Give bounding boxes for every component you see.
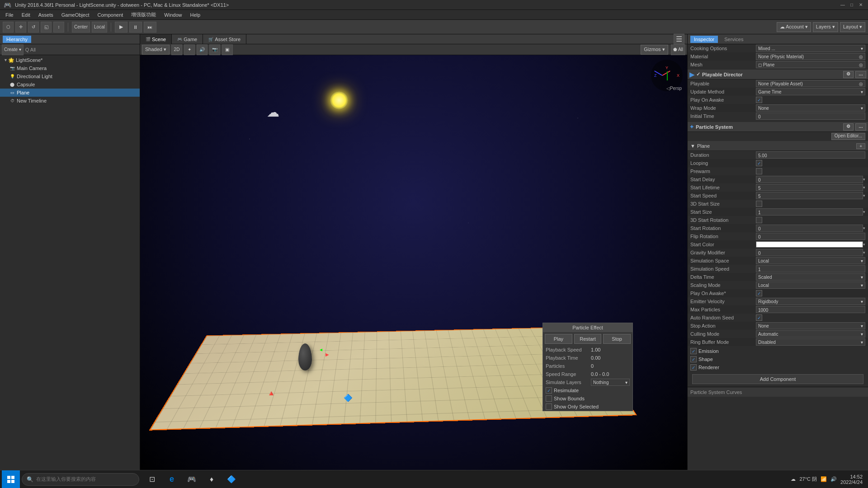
- scene-canvas[interactable]: ☁ ▲ ▶ 🔺 🔷 Y X Z: [140, 55, 687, 474]
- playable-settings-btn[interactable]: ⚙: [843, 71, 854, 78]
- pause-button[interactable]: ⏸: [129, 22, 142, 33]
- taskbar-clock[interactable]: 14:52 2022/4/24: [840, 474, 863, 485]
- account-dropdown[interactable]: ☁ Account ▾: [777, 22, 811, 32]
- taskbar-edge[interactable]: e: [163, 470, 181, 488]
- initial-time-input[interactable]: 0: [756, 113, 865, 120]
- max-particles-input[interactable]: 1000: [756, 306, 865, 313]
- taskbar-taskview[interactable]: ⊡: [143, 470, 161, 488]
- playable-dropdown[interactable]: None (Playable Asset)◎: [756, 80, 865, 87]
- overlay-toggle[interactable]: ▣: [222, 44, 233, 55]
- delta-time-dropdown[interactable]: Scaled▾: [756, 273, 865, 281]
- auto-random-seed-checkbox[interactable]: ✓: [756, 314, 762, 321]
- hierarchy-tab[interactable]: Hierarchy: [3, 36, 31, 43]
- hierarchy-item-lightscene[interactable]: ▼ 🌟 LightScene*: [0, 56, 140, 64]
- taskbar-search[interactable]: 🔍 在这里输入你要搜索的内容: [22, 473, 139, 486]
- start-color-arrow[interactable]: ▾: [863, 242, 865, 247]
- start-speed-input[interactable]: 5: [756, 192, 863, 199]
- show-bounds-checkbox[interactable]: [546, 395, 552, 402]
- tool-rotate[interactable]: ↺: [28, 22, 39, 33]
- 3d-start-size-checkbox[interactable]: [756, 201, 762, 207]
- menu-gameobject[interactable]: GameObject: [58, 11, 93, 19]
- renderer-checkbox[interactable]: ✓: [690, 364, 697, 371]
- hierarchy-item-directionallight[interactable]: 💡 Directional Light: [0, 72, 140, 80]
- services-tab[interactable]: Services: [721, 36, 747, 43]
- lighting-toggle[interactable]: ✦: [184, 44, 195, 55]
- play-on-awake-ps-checkbox[interactable]: ✓: [756, 290, 762, 296]
- menu-window[interactable]: Window: [160, 11, 185, 19]
- hierarchy-create-btn[interactable]: Create ▾: [2, 44, 24, 55]
- persp-label[interactable]: ◁Persp: [666, 86, 682, 91]
- start-size-input[interactable]: 1: [756, 208, 863, 216]
- ps-more-btn[interactable]: …: [855, 123, 866, 131]
- tool-rect[interactable]: ↕: [53, 22, 64, 33]
- menu-file[interactable]: File: [2, 11, 17, 19]
- tool-move[interactable]: ✛: [15, 22, 26, 33]
- inspector-tab[interactable]: Inspector: [690, 36, 718, 43]
- hierarchy-item-plane[interactable]: ▭ Plane: [0, 89, 140, 97]
- duration-input[interactable]: 5.00: [756, 151, 865, 159]
- start-color-swatch[interactable]: [756, 241, 863, 248]
- open-editor-btn[interactable]: Open Editor...: [831, 133, 865, 140]
- update-method-dropdown[interactable]: Game Time▾: [756, 88, 865, 95]
- particle-play-btn[interactable]: Play: [545, 334, 572, 344]
- close-button[interactable]: ✕: [857, 1, 864, 9]
- emission-checkbox[interactable]: ✓: [690, 348, 697, 354]
- scene-tab-assetstore[interactable]: 🛒Asset Store: [203, 34, 246, 44]
- start-delay-arrow[interactable]: ▾: [863, 177, 865, 182]
- ring-buffer-mode-dropdown[interactable]: Disabled▾: [756, 338, 865, 346]
- start-button[interactable]: [2, 470, 20, 488]
- tool-scale[interactable]: ◱: [41, 22, 52, 33]
- playable-more-btn[interactable]: …: [855, 71, 866, 78]
- menu-enhanced[interactable]: 增强版功能: [127, 10, 160, 19]
- ps-settings-btn[interactable]: ⚙: [843, 123, 854, 131]
- particle-stop-btn[interactable]: Stop: [603, 334, 631, 344]
- start-size-arrow[interactable]: ▾: [863, 210, 865, 214]
- flip-rotation-input[interactable]: 0: [756, 233, 865, 240]
- hierarchy-item-maincamera[interactable]: 📷 Main Camera: [0, 64, 140, 72]
- hierarchy-item-newtimeline[interactable]: ⏱ New Timeline: [0, 97, 140, 105]
- particle-restart-btn[interactable]: Restart: [574, 334, 602, 344]
- wrap-mode-dropdown[interactable]: None▾: [756, 104, 865, 112]
- taskbar-dotween[interactable]: ♦: [203, 470, 221, 488]
- start-rotation-arrow[interactable]: ▾: [863, 226, 865, 230]
- cooking-options-dropdown[interactable]: Mixed ...▾: [756, 45, 865, 52]
- maximize-button[interactable]: □: [848, 1, 855, 9]
- start-speed-arrow[interactable]: ▾: [863, 193, 865, 198]
- shape-checkbox[interactable]: ✓: [690, 356, 697, 362]
- start-lifetime-input[interactable]: 5: [756, 184, 863, 191]
- add-component-btn[interactable]: Add Component: [692, 374, 863, 384]
- menu-assets[interactable]: Assets: [35, 11, 57, 19]
- mesh-dropdown[interactable]: ◻ Plane◎: [756, 61, 865, 68]
- hierarchy-item-capsule[interactable]: ⬤ Capsule: [0, 80, 140, 89]
- show-only-selected-checkbox[interactable]: [546, 404, 552, 410]
- simulation-space-dropdown[interactable]: Local▾: [756, 257, 865, 264]
- emitter-velocity-dropdown[interactable]: Rigidbody▾: [756, 298, 865, 305]
- menu-help[interactable]: Help: [186, 11, 204, 19]
- scene-search[interactable]: ⬟ All: [671, 44, 685, 55]
- layers-dropdown[interactable]: Layers ▾: [813, 22, 838, 32]
- tool-hand[interactable]: ⬡: [3, 22, 14, 33]
- menu-component[interactable]: Component: [94, 11, 127, 19]
- gravity-modifier-input[interactable]: 0: [756, 249, 863, 256]
- gravity-modifier-arrow[interactable]: ▾: [863, 250, 865, 255]
- start-lifetime-arrow[interactable]: ▾: [863, 185, 865, 190]
- looping-checkbox[interactable]: ✓: [756, 160, 762, 166]
- taskbar-app5[interactable]: 🔷: [222, 470, 241, 488]
- shading-dropdown[interactable]: Shaded ▾: [142, 45, 170, 55]
- prewarm-checkbox[interactable]: [756, 168, 762, 174]
- resimulate-checkbox[interactable]: ✓: [546, 387, 552, 394]
- culling-mode-dropdown[interactable]: Automatic▾: [756, 330, 865, 338]
- scaling-mode-dropdown[interactable]: Local▾: [756, 282, 865, 289]
- 2d-toggle[interactable]: 2D: [171, 44, 182, 55]
- effects-toggle[interactable]: 📷: [209, 44, 220, 55]
- taskbar-unity[interactable]: 🎮: [183, 470, 201, 488]
- simulate-layers-dropdown[interactable]: Nothing▾: [591, 379, 630, 386]
- start-rotation-input[interactable]: 0: [756, 225, 863, 232]
- play-button[interactable]: ▶: [115, 22, 127, 33]
- material-dropdown[interactable]: None (Physic Material)◎: [756, 53, 865, 60]
- scene-options-btn[interactable]: ☰: [674, 34, 684, 45]
- menu-edit[interactable]: Edit: [18, 11, 34, 19]
- step-button[interactable]: ⏭: [144, 22, 156, 33]
- layout-dropdown[interactable]: Layout ▾: [840, 22, 865, 32]
- scene-tab-scene[interactable]: 🎬Scene: [140, 34, 172, 44]
